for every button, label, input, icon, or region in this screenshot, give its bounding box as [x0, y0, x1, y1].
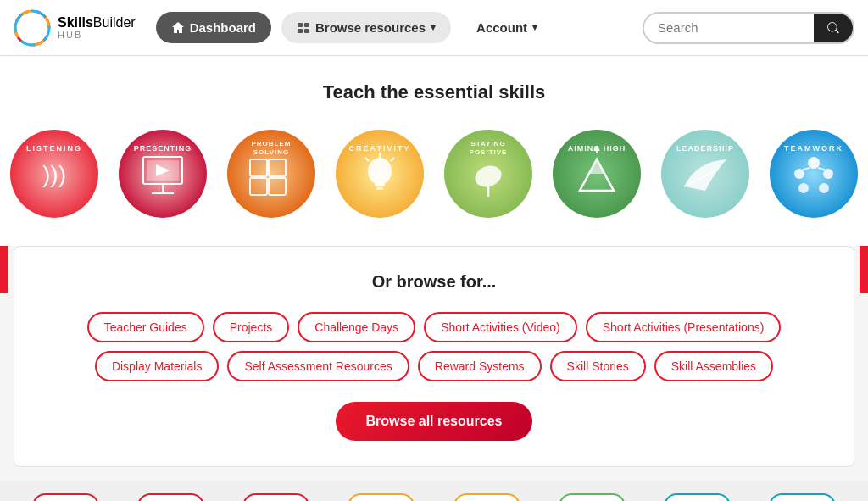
dashboard-label: Dashboard [190, 20, 256, 35]
search-icon [826, 20, 841, 36]
svg-rect-4 [304, 23, 309, 27]
skill-staying-positive[interactable]: STAYING POSITIVE [442, 127, 535, 220]
svg-text:POSITIVE: POSITIVE [470, 148, 508, 156]
svg-text:SOLVING: SOLVING [253, 148, 289, 156]
logo-skills-label: SkillsBuilder [58, 15, 136, 31]
svg-text:LEADERSHIP: LEADERSHIP [676, 144, 734, 153]
svg-rect-27 [375, 183, 385, 186]
svg-point-0 [14, 9, 51, 47]
browse-resources-button[interactable]: Browse resources ▾ [281, 12, 451, 43]
step-btn[interactable]: Step 4 [769, 493, 836, 501]
svg-text:STAYING: STAYING [470, 140, 505, 148]
skill-creativity[interactable]: CREATIVITY [333, 127, 426, 220]
account-label: Account [476, 20, 527, 35]
search-button[interactable] [814, 14, 853, 42]
svg-text:CREATIVITY: CREATIVITY [349, 144, 411, 153]
svg-text:PROBLEM: PROBLEM [252, 140, 292, 148]
tag-display-materials[interactable]: Display Materials [95, 351, 220, 381]
tag-skill-stories[interactable]: Skill Stories [550, 351, 646, 381]
browse-title: Or browse for... [48, 272, 820, 292]
tag-teacher-guides[interactable]: Teacher Guides [87, 312, 204, 342]
svg-rect-3 [298, 23, 303, 27]
browse-section: Or browse for... Teacher Guides Projects… [14, 246, 854, 467]
svg-point-45 [770, 130, 858, 218]
step-btn[interactable]: Step 4 [559, 493, 626, 501]
skill-teamwork[interactable]: TEAMWORK [767, 127, 860, 220]
skills-title: Teach the essential skills [34, 81, 834, 103]
steps-group-4: Step 4 Step 5 [330, 491, 433, 501]
step-btn[interactable]: Step 4 [242, 493, 309, 501]
browse-all-button[interactable]: Browse all resources [336, 402, 533, 441]
tag-projects[interactable]: Projects [213, 312, 290, 342]
steps-group-8: Step 4 Step 5 [751, 491, 854, 501]
header: SkillsBuilder HUB Dashboard Browse resou… [0, 0, 868, 56]
svg-point-51 [819, 183, 829, 193]
skill-problem-solving[interactable]: PROBLEM SOLVING [225, 127, 318, 220]
svg-rect-28 [376, 187, 383, 190]
browse-icon [297, 21, 310, 35]
step-btn[interactable]: Step 4 [664, 493, 731, 501]
svg-rect-5 [298, 29, 303, 33]
steps-group-2: Step 4 Step 5 [119, 491, 222, 501]
page-wrapper: Teach the essential skills LISTENING ))) [0, 56, 868, 501]
svg-point-48 [794, 169, 804, 179]
steps-section: Step 4 Step 5 Step 4 Step 5 Step 4 Step … [0, 481, 868, 501]
svg-text:LISTENING: LISTENING [26, 144, 82, 153]
search-container [643, 12, 854, 44]
logo: SkillsBuilder HUB [14, 9, 136, 47]
svg-point-26 [368, 158, 392, 185]
browse-chevron-icon: ▾ [431, 22, 436, 33]
skill-leadership[interactable]: LEADERSHIP [659, 127, 752, 220]
svg-text:TEAMWORK: TEAMWORK [784, 144, 843, 153]
search-input[interactable] [644, 14, 814, 42]
home-icon [171, 21, 185, 35]
steps-group-6: Step 4 Step 5 [540, 491, 643, 501]
skills-section: Teach the essential skills LISTENING ))) [0, 56, 868, 246]
steps-grid-row1: Step 4 Step 5 Step 4 Step 5 Step 4 Step … [7, 486, 861, 501]
tag-short-activities-presentations[interactable]: Short Activities (Presentations) [586, 312, 782, 342]
tag-challenge-days[interactable]: Challenge Days [298, 312, 415, 342]
svg-point-50 [798, 183, 809, 193]
steps-group-5: Step 4 Step 5 [435, 491, 538, 501]
svg-rect-6 [304, 29, 309, 33]
skill-presenting[interactable]: PRESENTING [116, 127, 209, 220]
steps-group-1: Step 4 Step 5 [14, 491, 117, 501]
account-button[interactable]: Account ▾ [461, 12, 553, 43]
skill-listening[interactable]: LISTENING ))) [8, 127, 101, 220]
logo-hub-label: HUB [58, 30, 136, 40]
tag-skill-assemblies[interactable]: Skill Assemblies [654, 351, 773, 381]
svg-point-47 [808, 157, 820, 169]
tag-short-activities-video[interactable]: Short Activities (Video) [424, 312, 577, 342]
logo-icon [14, 9, 51, 47]
step-btn[interactable]: Step 4 [453, 493, 520, 501]
tag-reward-systems[interactable]: Reward Systems [418, 351, 542, 381]
tag-self-assessment[interactable]: Self Assessment Resources [227, 351, 409, 381]
svg-text:))): ))) [42, 161, 66, 187]
browse-label: Browse resources [315, 20, 426, 35]
dashboard-button[interactable]: Dashboard [156, 12, 271, 43]
steps-group-7: Step 4 Step 5 [646, 491, 749, 501]
browse-tags-container: Teacher Guides Projects Challenge Days S… [48, 312, 820, 381]
skills-row: LISTENING ))) PRESENTING [34, 127, 834, 220]
logo-text: SkillsBuilder HUB [58, 15, 136, 41]
step-btn[interactable]: Step 4 [137, 493, 204, 501]
svg-text:PRESENTING: PRESENTING [134, 144, 192, 153]
step-btn[interactable]: Step 4 [32, 493, 99, 501]
step-btn[interactable]: Step 4 [348, 493, 415, 501]
svg-point-1 [14, 9, 51, 47]
skill-aiming-high[interactable]: AIMING HIGH [550, 127, 643, 220]
account-chevron-icon: ▾ [532, 22, 537, 33]
svg-point-49 [823, 169, 833, 179]
steps-group-3: Step 4 Step 5 [225, 491, 328, 501]
